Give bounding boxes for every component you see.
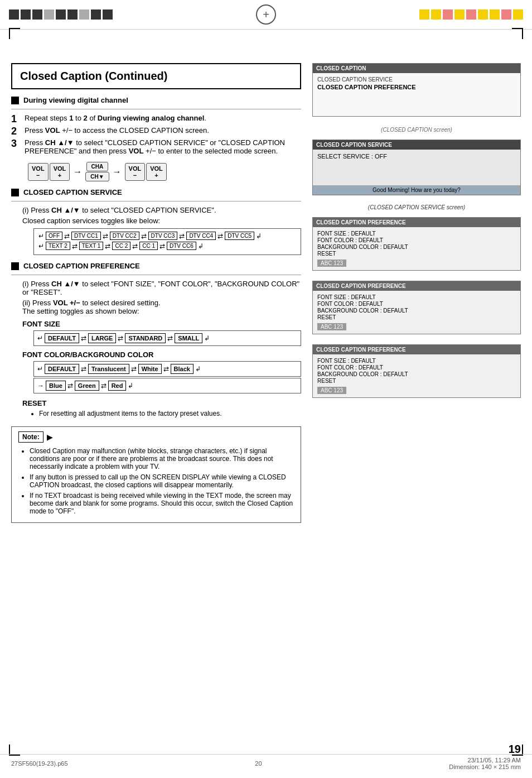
step-2: 2 Press VOL +/− to access the CLOSED CAP… [11,126,301,136]
bar-block [67,9,78,20]
cc-service-section-header: CLOSED CAPTION SERVICE [11,188,301,196]
top-bar-left-blocks [9,9,113,20]
section-icon-3 [11,262,19,270]
cc-main-screen-body: CLOSED CAPTION SERVICE CLOSED CAPTION PR… [313,73,520,116]
reset-bullet-1: For resetting all adjustment items to th… [39,410,301,417]
toggle-dtv-cc2: DTV CC2 [110,232,139,240]
toggle-dtv-cc1: DTV CC1 [71,232,101,240]
section-icon-2 [11,189,19,196]
cc-pref3-bg-color: BACKGROUND COLOR : DEFAULT [317,371,516,377]
bar-block [44,9,54,20]
toggle-text1: TEXT 1 [79,242,104,250]
cc-pref3-abc: ABC 123 [317,387,346,394]
color-toggle-wrap: ↵ DEFAULT ⇄ Translucent ⇄ White ⇄ Black … [33,361,301,393]
vol-buttons-1: VOL− VOL+ [28,163,70,181]
cc-service-screen-header: CLOSED CAPTION SERVICE [313,140,520,150]
cc-service-screen-body: SELECT SERVICE : OFF [313,150,520,185]
vol2-minus-btn: VOL− [125,163,146,181]
bar-block [56,9,66,20]
footer-timestamp: 23/11/05, 11:29 AM [449,757,521,763]
left-column: Closed Caption (Continued) During viewin… [11,63,301,532]
ch-buttons: CHA CH▼ [85,162,109,181]
color-blue: Blue [46,381,66,391]
cc-main-screen-header: CLOSED CAPTION [313,64,520,73]
digital-channel-section-header: During viewing digital channel [11,96,301,104]
font-color-title: FONT COLOR/BACKGROUND COLOR [22,350,301,359]
cc-pref-screen-1: CLOSED CAPTION PREFERENCE FONT SIZE : DE… [312,217,521,271]
cc-service-bottom-text: Good Morning! How are you today? [313,185,520,195]
toggle-text2: TEXT 2 [46,242,70,250]
cc-service-content: (i) Press CH ▲/▼ to select "CLOSED CAPTI… [22,206,301,255]
font-large-option: LARGE [88,333,117,343]
section-divider-3 [11,275,301,275]
section-divider-2 [11,201,301,201]
main-content: Closed Caption (Continued) During viewin… [0,30,532,543]
toggle-dtv-cc5: DTV CC5 [225,232,254,240]
reset-title: RESET [22,399,301,407]
cc-pref-screen-2: CLOSED CAPTION PREFERENCE FONT SIZE : DE… [312,281,521,334]
section-icon [11,97,19,104]
toggle-dtv-cc3: DTV CC3 [148,232,178,240]
cc-pref2-bg-color: BACKGROUND COLOR : DEFAULT [317,308,516,314]
button-flow-diagram: VOL− VOL+ → CHA CH▼ → VOL− VOL+ [28,162,301,181]
note-item-2: If any button is pressed to call up the … [30,473,294,489]
steps-list: 1 Repeat steps 1 to 2 of During viewing … [11,114,301,155]
cc-pref2-abc: ABC 123 [317,323,346,330]
cc-pref2-body: FONT SIZE : DEFAULT FONT COLOR : DEFAULT… [313,291,520,334]
font-standard-option: STANDARD [125,333,166,343]
font-size-toggle-box: ↵ DEFAULT ⇄ LARGE ⇄ STANDARD ⇄ SMALL ↲ [33,330,301,346]
bar-block-pink [443,9,453,20]
toggle-row-2: ↵ TEXT 2 ⇄ TEXT 1 ⇄ CC 2 ⇄ CC 1 ⇄ DTV CC… [38,242,296,250]
bar-block-yellow [431,9,441,20]
toggle-sequence-box: ↵ OFF ⇄ DTV CC1 ⇄ DTV CC2 ⇄ DTV CC3 ⇄ DT… [33,228,301,255]
reset-bullets: For resetting all adjustment items to th… [39,410,301,417]
cc-pref3-font-color: FONT COLOR : DEFAULT [317,364,516,371]
toggle-row-1: ↵ OFF ⇄ DTV CC1 ⇄ DTV CC2 ⇄ DTV CC3 ⇄ DT… [38,232,296,240]
cc-pref1-abc: ABC 123 [317,260,346,267]
footer-center-text: 20 [255,760,262,767]
cc-pref-item-i: (i) Press CH ▲/▼ to select "FONT SIZE", … [22,280,301,296]
bar-block [9,9,19,20]
digital-channel-heading: During viewing digital channel [23,96,128,104]
page-footer: 27SF560(19-23).p65 20 23/11/05, 11:29 AM… [0,754,532,772]
bar-block-yellow [478,9,488,20]
step-3: 3 Press CH ▲/▼ to select "CLOSED CAPTION… [11,138,301,155]
bar-block [79,9,89,20]
footer-dimension: Dimension: 140 × 215 mm [449,763,521,770]
vol2-plus-btn: VOL+ [146,163,167,181]
note-item-1: Closed Caption may malfunction (white bl… [30,447,294,470]
toggle-off: OFF [46,232,62,240]
cc-pref-screen-3: CLOSED CAPTION PREFERENCE FONT SIZE : DE… [312,344,521,398]
note-box: Note: ▶ Closed Caption may malfunction (… [11,426,301,523]
bar-block [91,9,101,20]
footer-right-area: 23/11/05, 11:29 AM Dimension: 140 × 215 … [449,757,521,770]
cc-service-select-label: SELECT SERVICE : OFF [317,153,516,160]
cc-main-screen-space [317,90,516,113]
page-title: Closed Caption (Continued) [20,70,292,83]
cc-service-screen-caption: (CLOSED CAPTION SERVICE screen) [312,204,521,210]
bar-block-yellow [454,9,465,20]
bar-block-pink [501,9,511,20]
vol-minus-btn: VOL− [28,163,49,181]
toggle-dtv-cc6: DTV CC6 [167,242,196,250]
page-number: 19 [509,743,521,756]
cc-service-screen: CLOSED CAPTION SERVICE SELECT SERVICE : … [312,140,521,195]
note-label: Note: [18,431,43,443]
corner-mark-tl [9,28,20,39]
font-size-subsection: FONT SIZE ↵ DEFAULT ⇄ LARGE ⇄ STANDARD ⇄… [22,320,301,346]
cc-pref2-reset: RESET [317,314,516,320]
cc-pref-item-ii: (ii) Press VOL +/− to select desired set… [22,299,301,315]
bar-block [103,9,113,20]
vol-plus-btn: VOL+ [50,163,70,181]
bar-block [21,9,31,20]
top-decorative-bar [0,0,532,30]
color-row-2: → Blue ⇄ Green ⇄ Red ↲ [33,378,301,393]
toggle-dtv-cc4: DTV CC4 [186,232,216,240]
top-bar-center-crosshair [113,4,419,25]
cc-main-pref-label: CLOSED CAPTION PREFERENCE [317,84,516,90]
cc-pref-heading: CLOSED CAPTION PREFERENCE [23,262,140,270]
cc-service-item-i: (i) Press CH ▲/▼ to select "CLOSED CAPTI… [22,206,301,214]
footer-left-text: 27SF560(19-23).p65 [11,760,68,767]
reset-subsection: RESET For resetting all adjustment items… [22,399,301,417]
cc-pref-section-header: CLOSED CAPTION PREFERENCE [11,262,301,270]
